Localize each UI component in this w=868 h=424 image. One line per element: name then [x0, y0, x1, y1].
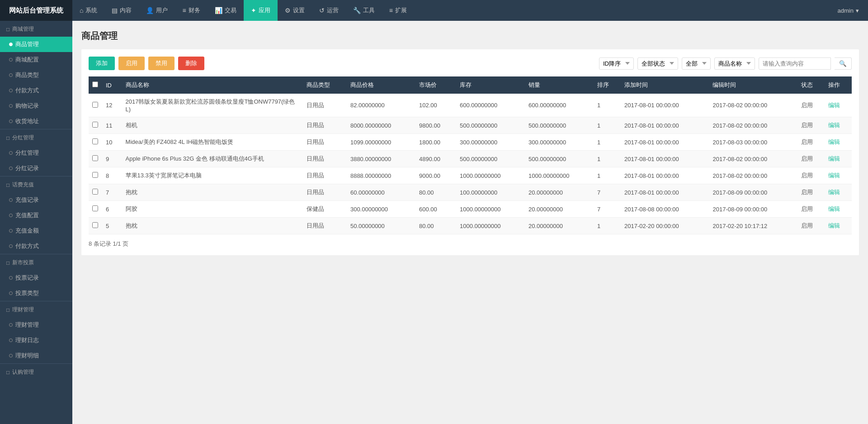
- nav-item-content[interactable]: ▤ 内容: [104, 0, 139, 21]
- add-button[interactable]: 添加: [89, 57, 115, 70]
- cell-stock: 500.00000000: [456, 117, 525, 134]
- status-badge: 启用: [801, 122, 813, 129]
- edit-link[interactable]: 编辑: [828, 122, 840, 129]
- category-select[interactable]: 全部: [682, 57, 711, 70]
- row-checkbox[interactable]: [92, 172, 98, 178]
- dot-icon: [9, 276, 13, 280]
- row-checkbox[interactable]: [92, 222, 98, 228]
- cell-action: 编辑: [825, 201, 852, 218]
- cell-id: 12: [102, 94, 122, 117]
- sidebar-item-vote-types[interactable]: 投票类型: [0, 286, 72, 301]
- header-stock: 库存: [456, 76, 525, 94]
- disable-button[interactable]: 禁用: [148, 57, 175, 70]
- nav-item-operation[interactable]: ↺ 运营: [312, 0, 346, 21]
- status-badge: 启用: [801, 102, 813, 109]
- nav-item-settings[interactable]: ⚙ 设置: [278, 0, 312, 21]
- sidebar-item-financial-detail[interactable]: 理财明细: [0, 348, 72, 363]
- recharge-group-label: 话费充值: [12, 181, 34, 189]
- nav-item-finance[interactable]: ≡ 财务: [175, 0, 207, 21]
- edit-link[interactable]: 编辑: [828, 138, 840, 145]
- app-logo: 网站后台管理系统: [0, 0, 72, 21]
- row-checkbox[interactable]: [92, 155, 98, 161]
- header-price: 商品价格: [347, 76, 415, 94]
- nav-item-user[interactable]: 👤 用户: [139, 0, 175, 21]
- cell-edit-time: 2017-08-02 00:00:00: [709, 167, 797, 184]
- cell-type: 日用品: [303, 117, 347, 134]
- cell-status: 启用: [797, 167, 825, 184]
- sidebar-item-shipping-address[interactable]: 收货地址: [0, 114, 72, 129]
- cell-name: Apple iPhone 6s Plus 32G 金色 移动联通电信4G手机: [122, 151, 303, 167]
- header-market-price: 市场价: [415, 76, 456, 94]
- cell-id: 9: [102, 151, 122, 167]
- delete-button[interactable]: 删除: [178, 57, 204, 70]
- table-row: 8 苹果13.3英寸宽屏笔记本电脑 日用品 8888.00000000 9000…: [89, 167, 852, 184]
- admin-dropdown[interactable]: admin ▾: [829, 7, 868, 14]
- cell-id: 6: [102, 201, 122, 218]
- enable-button[interactable]: 启用: [118, 57, 145, 70]
- edit-link[interactable]: 编辑: [828, 102, 840, 109]
- cell-market-price: 80.00: [415, 218, 456, 234]
- edit-link[interactable]: 编辑: [828, 205, 840, 212]
- edit-link[interactable]: 编辑: [828, 172, 840, 179]
- search-button[interactable]: 🔍: [835, 57, 852, 70]
- cell-market-price: 1800.00: [415, 134, 456, 151]
- row-checkbox[interactable]: [92, 205, 98, 211]
- cell-id: 7: [102, 184, 122, 201]
- sort-select[interactable]: ID降序 ID升序: [599, 57, 634, 70]
- sidebar-item-payment-method[interactable]: 付款方式: [0, 83, 72, 98]
- nav-label-extend: 扩展: [395, 6, 407, 14]
- cell-sales: 500.00000000: [525, 117, 594, 134]
- content-area: 商品管理 添加 启用 禁用 删除 ID降序 ID升序 全部状态 启用 禁用: [72, 21, 868, 424]
- sidebar-item-shopping-records[interactable]: 购物记录: [0, 98, 72, 114]
- finance-icon: ≡: [182, 7, 186, 14]
- row-checkbox[interactable]: [92, 138, 98, 144]
- nav-item-extend[interactable]: ≡ 扩展: [382, 0, 414, 21]
- dot-icon: [9, 167, 13, 170]
- sidebar-item-dividend-mgmt[interactable]: 分红管理: [0, 145, 72, 161]
- header-add-time: 添加时间: [621, 76, 709, 94]
- field-select[interactable]: 商品名称: [714, 57, 755, 70]
- sidebar-item-recharge-records[interactable]: 充值记录: [0, 192, 72, 208]
- sidebar-item-recharge-config[interactable]: 充值配置: [0, 208, 72, 223]
- cell-sales: 300.00000000: [525, 134, 594, 151]
- sidebar-item-vote-records[interactable]: 投票记录: [0, 270, 72, 286]
- sidebar-item-product-type[interactable]: 商品类型: [0, 67, 72, 83]
- sidebar-label-shopping-records: 购物记录: [15, 102, 39, 110]
- sidebar-label-recharge-amount: 充值金额: [15, 227, 39, 235]
- edit-link[interactable]: 编辑: [828, 155, 840, 162]
- row-checkbox[interactable]: [92, 122, 98, 128]
- edit-link[interactable]: 编辑: [828, 189, 840, 195]
- cell-sales: 500.00000000: [525, 151, 594, 167]
- dot-icon: [9, 323, 13, 327]
- nav-item-system[interactable]: ⌂ 系统: [72, 0, 104, 21]
- nav-item-tools[interactable]: 🔧 工具: [346, 0, 382, 21]
- cell-sort: 1: [594, 117, 621, 134]
- cell-market-price: 600.00: [415, 201, 456, 218]
- select-all-checkbox[interactable]: [92, 81, 98, 87]
- row-checkbox[interactable]: [92, 189, 98, 195]
- cell-stock: 1000.00000000: [456, 201, 525, 218]
- nav-item-app[interactable]: ✦ 应用: [244, 0, 278, 21]
- cell-market-price: 9000.00: [415, 167, 456, 184]
- row-checkbox[interactable]: [92, 102, 98, 108]
- sidebar-item-dividend-records[interactable]: 分红记录: [0, 161, 72, 176]
- extend-icon: ≡: [389, 7, 393, 14]
- cell-price: 300.00000000: [347, 201, 415, 218]
- sidebar-item-product-management[interactable]: 商品管理: [0, 37, 72, 52]
- status-select[interactable]: 全部状态 启用 禁用: [637, 57, 678, 70]
- cell-status: 启用: [797, 184, 825, 201]
- cell-sort: 7: [594, 184, 621, 201]
- search-input[interactable]: [759, 57, 831, 70]
- transaction-icon: 📊: [215, 7, 222, 14]
- sidebar-item-shop-config[interactable]: 商城配置: [0, 52, 72, 67]
- dot-icon: [9, 43, 13, 46]
- sidebar-item-recharge-amount[interactable]: 充值金额: [0, 223, 72, 238]
- sidebar-item-recharge-payment[interactable]: 付款方式: [0, 238, 72, 254]
- sidebar-item-financial-mgmt[interactable]: 理财管理: [0, 317, 72, 333]
- edit-link[interactable]: 编辑: [828, 222, 840, 229]
- sidebar-item-financial-log[interactable]: 理财日志: [0, 333, 72, 348]
- cell-id: 10: [102, 134, 122, 151]
- nav-item-transaction[interactable]: 📊 交易: [208, 0, 244, 21]
- dot-icon: [9, 291, 13, 295]
- cell-edit-time: 2017-08-02 00:00:00: [709, 117, 797, 134]
